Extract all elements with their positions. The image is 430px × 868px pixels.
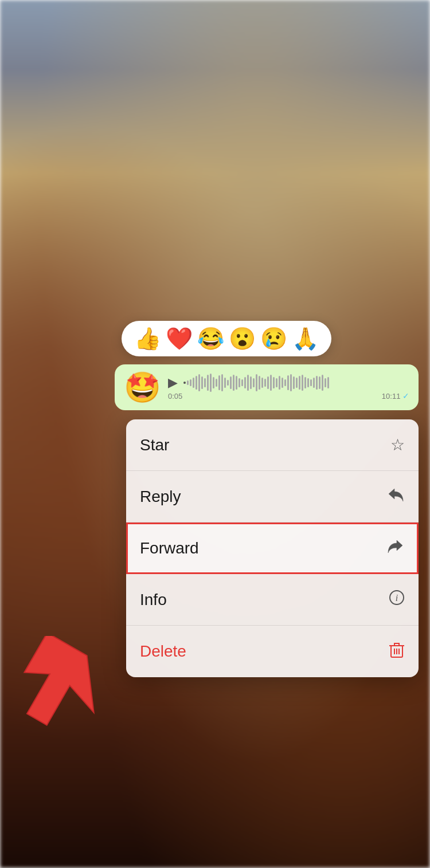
emoji-heart[interactable]: ❤️ bbox=[166, 328, 193, 349]
menu-label-star: Star bbox=[140, 436, 169, 454]
menu-item-reply[interactable]: Reply bbox=[126, 471, 419, 523]
menu-item-star[interactable]: Star ☆ bbox=[126, 419, 419, 471]
emoji-reaction-bar[interactable]: 👍 ❤️ 😂 😮 😢 🙏 bbox=[122, 321, 331, 356]
play-button[interactable]: ▶ bbox=[168, 375, 178, 390]
context-menu: Star ☆ Reply Forward Info bbox=[126, 419, 419, 677]
emoji-laugh[interactable]: 😂 bbox=[197, 328, 224, 349]
emoji-surprised[interactable]: 😮 bbox=[229, 328, 256, 349]
voice-message-info: ▶ 0:05 10:11 ✓ bbox=[168, 374, 409, 400]
emoji-cry[interactable]: 😢 bbox=[260, 328, 287, 349]
svg-marker-0 bbox=[10, 636, 114, 739]
reply-icon bbox=[388, 486, 405, 506]
waveform-progress-dot bbox=[183, 382, 186, 384]
time-row: 0:05 10:11 ✓ bbox=[168, 391, 409, 400]
emoji-pray[interactable]: 🙏 bbox=[292, 328, 319, 349]
total-time-check: 10:11 ✓ bbox=[382, 391, 409, 400]
menu-label-info: Info bbox=[140, 591, 167, 609]
red-arrow-annotation bbox=[10, 636, 114, 741]
menu-label-delete: Delete bbox=[140, 642, 186, 661]
menu-item-info[interactable]: Info i bbox=[126, 574, 419, 626]
star-icon: ☆ bbox=[390, 435, 405, 454]
waveform-bars bbox=[187, 374, 409, 392]
emoji-thumbsup[interactable]: 👍 bbox=[134, 328, 161, 349]
voice-message-avatar: 🤩 bbox=[124, 372, 161, 402]
info-icon: i bbox=[389, 590, 405, 610]
menu-label-reply: Reply bbox=[140, 488, 181, 506]
check-mark: ✓ bbox=[402, 391, 409, 400]
current-time: 0:05 bbox=[168, 392, 182, 400]
delete-trash-icon bbox=[389, 641, 405, 662]
menu-item-forward[interactable]: Forward bbox=[126, 523, 419, 574]
voice-controls[interactable]: ▶ bbox=[168, 374, 409, 391]
menu-label-forward: Forward bbox=[140, 539, 199, 557]
voice-message-bubble: 🤩 ▶ 0:05 10:11 ✓ bbox=[115, 364, 419, 410]
forward-icon bbox=[386, 538, 405, 558]
menu-item-delete[interactable]: Delete bbox=[126, 626, 419, 677]
waveform bbox=[183, 374, 409, 391]
svg-text:i: i bbox=[396, 593, 398, 603]
